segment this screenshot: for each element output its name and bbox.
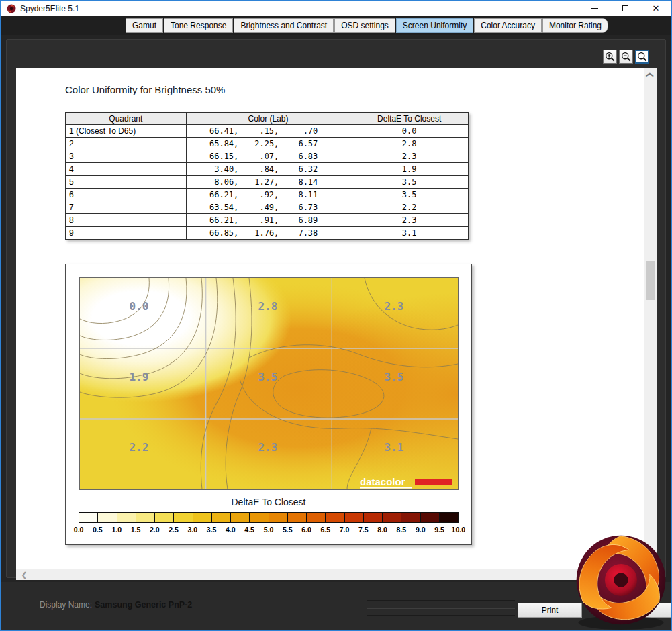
tab-tone-response[interactable]: Tone Response	[164, 18, 233, 33]
scale-tick-label: 1.5	[126, 526, 145, 534]
horizontal-scrollbar[interactable]: ❮	[16, 569, 644, 580]
scale-segment	[325, 513, 344, 522]
zoom-out-button[interactable]	[619, 50, 633, 64]
close-button[interactable]: ✕	[640, 1, 671, 16]
scale-segment	[269, 513, 287, 522]
scale-labels: 0.00.51.01.52.02.53.03.54.04.55.05.56.06…	[69, 526, 468, 534]
window-title: Spyder5Elite 5.1	[20, 4, 79, 13]
scale-tick-label: 4.5	[240, 526, 259, 534]
vertical-scroll-thumb[interactable]	[646, 261, 655, 300]
scale-segment	[230, 513, 249, 522]
scale-tick-label: 2.5	[164, 526, 183, 534]
datacolor-red-bar	[415, 479, 452, 485]
heatmap-value-label: 2.3	[258, 441, 278, 454]
scale-tick-label: 0.0	[69, 526, 88, 534]
divider	[367, 600, 515, 601]
divider	[367, 615, 515, 616]
uniformity-table: Quadrant Color (Lab) DeltaE To Closest 1…	[65, 112, 469, 240]
divider	[367, 608, 515, 609]
scale-segment	[136, 513, 154, 522]
heatmap-value-label: 3.5	[385, 371, 404, 383]
maximize-icon	[622, 5, 628, 11]
display-name-line: Display Name:Samsung Generic PnP-2	[40, 600, 192, 610]
uniformity-table-body: 1 (Closest To D65)66.41,.15,.700.0265.84…	[66, 125, 469, 240]
scale-segment	[211, 513, 230, 522]
scale-tick-label: 2.0	[145, 526, 164, 534]
column-header-color-lab: Color (Lab)	[186, 113, 350, 125]
scale-segment	[401, 513, 420, 522]
title-bar: Spyder5Elite 5.1 ✕	[1, 1, 671, 16]
spyder-logo	[571, 530, 671, 630]
scale-segment	[420, 513, 439, 522]
scroll-up-icon[interactable]: ❮	[644, 69, 657, 80]
scale-tick-label: 7.0	[335, 526, 354, 534]
scale-segment	[193, 513, 211, 522]
minimize-button[interactable]	[579, 1, 610, 16]
magnifier-plus-icon	[605, 52, 615, 62]
scale-segment	[79, 513, 97, 522]
content-panel: Color Uniformity for Brightness 50% Quad…	[6, 39, 666, 578]
tab-screen-uniformity[interactable]: Screen Uniformity	[396, 18, 473, 33]
datacolor-wordmark: datacolor	[360, 476, 405, 487]
heatmap-value-label: 2.8	[258, 300, 278, 313]
table-header-row: Quadrant Color (Lab) DeltaE To Closest	[66, 113, 469, 125]
tab-brightness-and-contrast[interactable]: Brightness and Contrast	[234, 18, 334, 33]
column-header-quadrant: Quadrant	[66, 113, 187, 125]
app-icon	[7, 4, 16, 13]
zoom-in-button[interactable]	[603, 50, 617, 64]
app-window: Spyder5Elite 5.1 ✕ GamutTone ResponseBri…	[0, 0, 672, 631]
heatmap-value-label: 1.9	[130, 371, 149, 383]
uniformity-heatmap: datacolor 0.02.82.31.93.53.52.22.33.1	[80, 278, 458, 489]
scale-segment	[287, 513, 306, 522]
scale-tick-label: 6.0	[297, 526, 316, 534]
heatmap-value-label: 3.5	[258, 371, 278, 383]
minimize-icon	[591, 8, 598, 9]
table-row: 966.85,1.76,7.383.1	[66, 227, 469, 240]
scale-tick-label: 8.5	[392, 526, 411, 534]
column-header-deltae: DeltaE To Closest	[350, 113, 469, 125]
scroll-left-icon[interactable]: ❮	[19, 569, 30, 580]
scale-segment	[363, 513, 382, 522]
scale-segment	[249, 513, 268, 522]
scale-tick-label: 9.5	[430, 526, 448, 534]
scale-tick-label: 0.5	[88, 526, 107, 534]
tab-monitor-rating[interactable]: Monitor Rating	[542, 18, 608, 33]
scale-tick-label: 8.0	[373, 526, 392, 534]
scale-tick-label: 10.0	[449, 526, 468, 534]
scale-tick-label: 3.0	[183, 526, 202, 534]
tab-osd-settings[interactable]: OSD settings	[334, 18, 395, 33]
scale-tick-label: 5.5	[278, 526, 297, 534]
scale-segment	[97, 513, 116, 522]
scale-tick-label: 3.5	[202, 526, 221, 534]
magnifier-minus-icon	[621, 52, 631, 62]
table-row: 1 (Closest To D65)66.41,.15,.700.0	[66, 125, 469, 138]
scale-tick-label: 9.0	[411, 526, 430, 534]
scale-segment	[173, 513, 192, 522]
table-row: 763.54,.49,6.732.2	[66, 201, 469, 214]
scale-tick-label: 4.0	[221, 526, 240, 534]
scale-gradient	[79, 512, 459, 523]
scale-tick-label: 1.0	[107, 526, 126, 534]
scale-segment	[382, 513, 401, 522]
table-row: 866.21,.91,6.892.3	[66, 214, 469, 227]
tab-color-accuracy[interactable]: Color Accuracy	[474, 18, 542, 33]
heatmap-value-label: 2.3	[385, 300, 404, 313]
display-name-label: Display Name:	[40, 600, 92, 610]
tab-gamut[interactable]: Gamut	[126, 18, 163, 33]
zoom-reset-button[interactable]	[635, 50, 649, 64]
heatmap-value-label: 3.1	[385, 441, 404, 454]
bottom-bar: Display Name:Samsung Generic PnP-2 Print	[1, 582, 671, 630]
table-row: 43.40,.84,6.321.9	[66, 163, 469, 176]
table-row: 58.06,1.27,8.143.5	[66, 176, 469, 189]
scale-tick-label: 7.5	[354, 526, 373, 534]
maximize-button[interactable]	[610, 1, 640, 16]
scale-segment	[154, 513, 173, 522]
scale-segment	[117, 513, 136, 522]
table-row: 666.21,.92,8.113.5	[66, 189, 469, 201]
scale-segment	[344, 513, 363, 522]
vertical-scrollbar[interactable]: ❮	[644, 68, 657, 580]
scale-tick-label: 5.0	[259, 526, 278, 534]
uniformity-chart-box: datacolor 0.02.82.31.93.53.52.22.33.1 De…	[65, 264, 472, 545]
table-row: 265.84,2.25,6.572.8	[66, 138, 469, 150]
heatmap-value-label: 2.2	[130, 441, 149, 454]
